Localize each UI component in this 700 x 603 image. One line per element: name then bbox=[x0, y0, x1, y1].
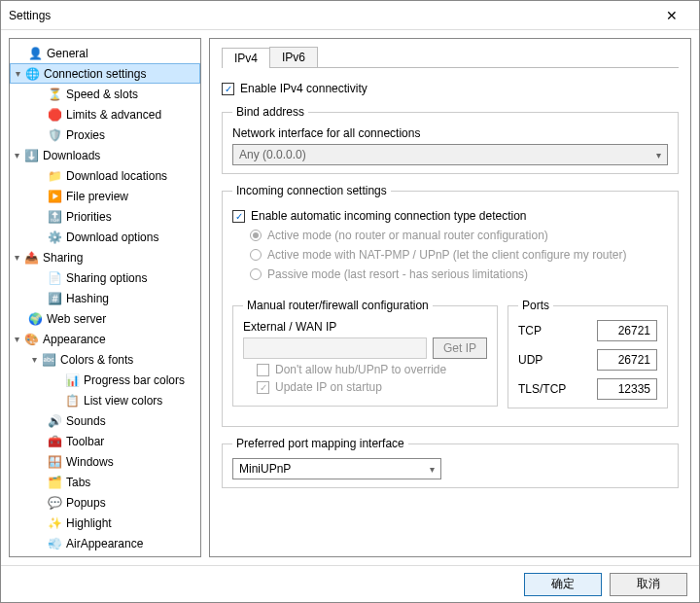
tree-item-list-view[interactable]: ·📋List view colors bbox=[10, 390, 200, 410]
tcp-label: TCP bbox=[518, 324, 587, 337]
popup-icon: 💬 bbox=[47, 495, 62, 511]
incoming-group: Incoming connection settings ✓ Enable au… bbox=[222, 184, 679, 427]
tree-item-file-preview[interactable]: ·▶️File preview bbox=[10, 186, 200, 206]
tree-item-sharing-options[interactable]: ·📄Sharing options bbox=[10, 267, 200, 288]
bind-legend: Bind address bbox=[232, 105, 308, 119]
port-mapping-group: Preferred port mapping interface MiniUPn… bbox=[222, 437, 679, 488]
play-icon: ▶️ bbox=[47, 189, 62, 204]
sign-icon: 🛑 bbox=[47, 107, 62, 123]
hash-icon: #️⃣ bbox=[47, 291, 62, 306]
tree-item-advanced[interactable]: ▾🔧Advanced bbox=[10, 553, 200, 557]
auto-detect-checkbox[interactable]: ✓ Enable automatic incoming connection t… bbox=[232, 209, 668, 223]
tree-item-popups[interactable]: ·💬Popups bbox=[10, 492, 200, 513]
checkbox-icon: ✓ bbox=[222, 83, 234, 95]
checkbox-icon: ✓ bbox=[232, 210, 245, 223]
tree-item-webserver[interactable]: ·🌍Web server bbox=[10, 308, 200, 329]
tree-item-sounds[interactable]: ·🔊Sounds bbox=[10, 410, 200, 431]
share-icon: 📤 bbox=[23, 250, 39, 266]
titlebar: Settings ✕ bbox=[1, 1, 699, 30]
palette-icon: 🎨 bbox=[23, 332, 39, 347]
auto-detect-label: Enable automatic incoming connection typ… bbox=[251, 209, 527, 223]
port-mapping-value: MiniUPnP bbox=[239, 462, 291, 476]
web-icon: 🌍 bbox=[27, 311, 43, 327]
hourglass-icon: ⏳ bbox=[47, 87, 62, 102]
tree-item-windows[interactable]: ·🪟Windows bbox=[10, 451, 200, 472]
wan-ip-input bbox=[243, 337, 427, 359]
radio-passive-mode: Passive mode (last resort - has serious … bbox=[250, 267, 668, 281]
udp-label: UDP bbox=[518, 353, 587, 367]
wan-ip-label: External / WAN IP bbox=[243, 320, 487, 334]
tree-item-connection[interactable]: ▾🌐Connection settings bbox=[10, 63, 200, 84]
radio-active-mode: Active mode (no router or manual router … bbox=[250, 229, 668, 242]
radio-passive-label: Passive mode (last resort - has serious … bbox=[267, 267, 528, 281]
radio-icon bbox=[250, 230, 262, 241]
bind-label: Network interface for all connections bbox=[232, 126, 668, 140]
radio-natpmp-label: Active mode with NAT-PMP / UPnP (let the… bbox=[267, 248, 626, 262]
tabs-icon: 🗂️ bbox=[47, 475, 62, 490]
port-mapping-select[interactable]: MiniUPnP ▾ bbox=[232, 458, 441, 479]
folder-icon: 📁 bbox=[47, 168, 62, 184]
highlight-icon: ✨ bbox=[47, 515, 62, 531]
body: ▶👤General ▾🌐Connection settings ·⏳Speed … bbox=[1, 30, 699, 565]
sound-icon: 🔊 bbox=[47, 413, 62, 429]
tree-item-downloads[interactable]: ▾⬇️Downloads bbox=[10, 145, 200, 165]
radio-natpmp-mode: Active mode with NAT-PMP / UPnP (let the… bbox=[250, 248, 668, 262]
options-icon: ⚙️ bbox=[47, 230, 62, 245]
checkbox-icon: ✓ bbox=[257, 381, 269, 394]
radio-icon bbox=[250, 249, 262, 261]
tree-item-limits[interactable]: ·🛑Limits & advanced bbox=[10, 104, 200, 124]
radio-icon bbox=[250, 268, 262, 280]
bind-interface-select[interactable]: Any (0.0.0.0) ▾ bbox=[232, 144, 668, 165]
settings-tree[interactable]: ▶👤General ▾🌐Connection settings ·⏳Speed … bbox=[9, 38, 201, 557]
window-title: Settings bbox=[9, 9, 652, 22]
priority-icon: 🔝 bbox=[47, 209, 62, 225]
enable-ipv4-checkbox[interactable]: ✓ Enable IPv4 connectivity bbox=[222, 82, 679, 95]
tree-item-toolbar[interactable]: ·🧰Toolbar bbox=[10, 431, 200, 451]
tab-ipv4[interactable]: IPv4 bbox=[222, 48, 270, 68]
dialog-footer: 确定 取消 bbox=[1, 565, 699, 602]
tls-port-input[interactable]: 12335 bbox=[597, 378, 657, 400]
tree-item-speed[interactable]: ·⏳Speed & slots bbox=[10, 84, 200, 104]
tree-item-dl-locations[interactable]: ·📁Download locations bbox=[10, 165, 200, 186]
download-icon: ⬇️ bbox=[23, 148, 39, 163]
manual-legend: Manual router/firewall configuration bbox=[243, 299, 433, 312]
tree-item-colors-fonts[interactable]: ▾🔤Colors & fonts bbox=[10, 349, 200, 370]
update-startup-label: Update IP on startup bbox=[275, 380, 382, 394]
tree-item-priorities[interactable]: ·🔝Priorities bbox=[10, 206, 200, 227]
tree-item-appearance[interactable]: ▾🎨Appearance bbox=[10, 329, 200, 349]
share-opt-icon: 📄 bbox=[47, 270, 62, 286]
enable-ipv4-label: Enable IPv4 connectivity bbox=[240, 82, 368, 95]
chevron-down-icon: ▾ bbox=[656, 150, 661, 160]
air-icon: 💨 bbox=[47, 536, 62, 551]
ok-button[interactable]: 确定 bbox=[524, 573, 602, 596]
tree-item-sharing[interactable]: ▾📤Sharing bbox=[10, 247, 200, 267]
ports-legend: Ports bbox=[518, 299, 553, 312]
tree-item-general[interactable]: ▶👤General bbox=[10, 43, 200, 63]
manual-router-group: Manual router/firewall configuration Ext… bbox=[232, 299, 498, 407]
udp-port-input[interactable]: 26721 bbox=[597, 349, 657, 371]
tree-item-progress-bar[interactable]: ·📊Progress bar colors bbox=[10, 370, 200, 390]
tcp-port-input[interactable]: 26721 bbox=[597, 320, 657, 341]
tree-item-hashing[interactable]: ·#️⃣Hashing bbox=[10, 288, 200, 308]
checkbox-icon bbox=[257, 364, 269, 376]
progress-icon: 📊 bbox=[64, 372, 80, 388]
tree-item-dl-options[interactable]: ·⚙️Download options bbox=[10, 227, 200, 247]
colors-icon: 🔤 bbox=[41, 352, 56, 368]
tree-item-highlight[interactable]: ·✨Highlight bbox=[10, 513, 200, 533]
bind-value: Any (0.0.0.0) bbox=[239, 148, 306, 161]
incoming-legend: Incoming connection settings bbox=[232, 184, 391, 197]
cancel-button[interactable]: 取消 bbox=[610, 573, 687, 596]
bind-address-group: Bind address Network interface for all c… bbox=[222, 105, 679, 174]
tree-item-air-appearance[interactable]: ·💨AirAppearance bbox=[10, 533, 200, 553]
pref-legend: Preferred port mapping interface bbox=[232, 437, 408, 450]
tab-ipv6[interactable]: IPv6 bbox=[269, 47, 318, 67]
radio-active-label: Active mode (no router or manual router … bbox=[267, 229, 548, 242]
tree-item-proxies[interactable]: ·🛡️Proxies bbox=[10, 124, 200, 145]
content-panel: IPv4 IPv6 ✓ Enable IPv4 connectivity Bin… bbox=[209, 38, 691, 557]
get-ip-button: Get IP bbox=[433, 337, 487, 359]
settings-window: Settings ✕ ▶👤General ▾🌐Connection settin… bbox=[0, 0, 700, 603]
advanced-icon: 🔧 bbox=[23, 556, 39, 558]
close-button[interactable]: ✕ bbox=[652, 8, 691, 23]
globe-icon: 🌐 bbox=[24, 66, 40, 82]
tree-item-tabs[interactable]: ·🗂️Tabs bbox=[10, 472, 200, 492]
